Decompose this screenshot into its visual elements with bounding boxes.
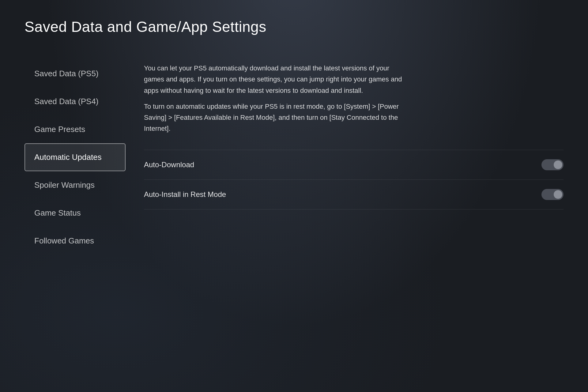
auto-download-row: Auto-Download [144,150,564,180]
auto-install-rest-toggle-thumb [554,190,562,199]
auto-download-toggle-track [541,159,564,170]
auto-install-rest-toggle[interactable] [541,189,564,200]
auto-download-toggle-thumb [554,160,562,169]
page-title: Saved Data and Game/App Settings [24,18,564,35]
main-content: You can let your PS5 automatically downl… [144,60,564,209]
settings-list: Auto-Download Auto-Install in Rest Mode [144,150,564,209]
sidebar-item-spoiler-warnings[interactable]: Spoiler Warnings [24,171,126,199]
sidebar-item-saved-data-ps4[interactable]: Saved Data (PS4) [24,88,126,115]
auto-download-toggle[interactable] [541,159,564,170]
sidebar-item-game-presets[interactable]: Game Presets [24,115,126,143]
auto-install-rest-row: Auto-Install in Rest Mode [144,180,564,209]
sidebar-item-followed-games[interactable]: Followed Games [24,227,126,255]
content-layout: Saved Data (PS5) Saved Data (PS4) Game P… [24,60,564,255]
sidebar-item-game-status[interactable]: Game Status [24,199,126,227]
auto-download-label: Auto-Download [144,160,194,169]
auto-install-rest-toggle-track [541,189,564,200]
sidebar: Saved Data (PS5) Saved Data (PS4) Game P… [24,60,126,255]
page-container: Saved Data and Game/App Settings Saved D… [0,0,588,392]
auto-install-rest-label: Auto-Install in Rest Mode [144,190,226,199]
description-paragraph-1: You can let your PS5 automatically downl… [144,63,407,96]
sidebar-item-automatic-updates[interactable]: Automatic Updates [24,143,126,171]
description-paragraph-2: To turn on automatic updates while your … [144,101,407,134]
sidebar-item-saved-data-ps5[interactable]: Saved Data (PS5) [24,60,126,88]
